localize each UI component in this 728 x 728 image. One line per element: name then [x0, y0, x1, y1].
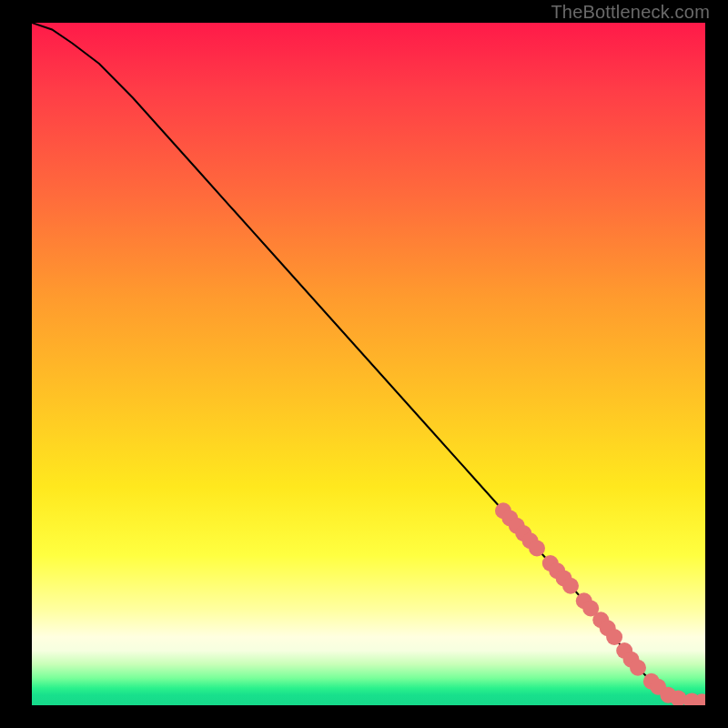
marker-point — [562, 578, 579, 594]
watermark-text: TheBottleneck.com — [551, 2, 710, 23]
bottleneck-curve — [32, 23, 705, 702]
marker-point — [630, 660, 646, 676]
marker-group — [495, 502, 705, 705]
chart-frame: TheBottleneck.com — [0, 0, 728, 728]
plot-overlay — [32, 23, 705, 705]
marker-point — [606, 629, 622, 645]
marker-point — [529, 541, 545, 557]
